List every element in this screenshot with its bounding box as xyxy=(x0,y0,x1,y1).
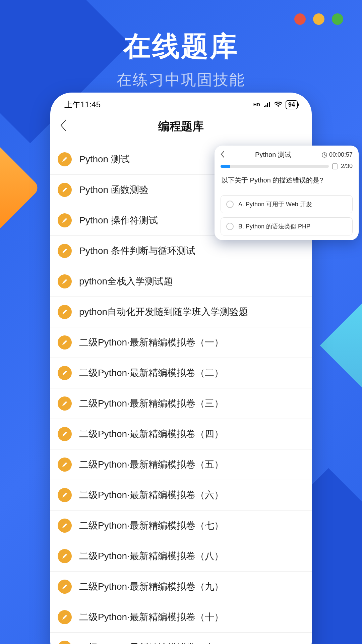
quiz-timer-value: 00:00:57 xyxy=(329,151,353,158)
list-item-label: Python 函数测验 xyxy=(79,183,148,196)
page-title: 编程题库 xyxy=(158,120,204,132)
quiz-header: Python 测试 00:00:57 xyxy=(215,146,359,163)
radio-icon xyxy=(226,223,234,230)
list-item[interactable]: 二级Python·最新精编模拟卷（九） xyxy=(50,572,312,602)
quiz-timer: 00:00:57 xyxy=(322,151,353,158)
bg-decoration xyxy=(320,293,362,397)
clock-icon xyxy=(322,152,327,158)
hero-section: 在线题库 在练习中巩固技能 xyxy=(0,28,362,90)
pencil-icon xyxy=(58,519,72,533)
quiz-back-button[interactable] xyxy=(221,151,225,159)
pencil-icon xyxy=(58,305,72,319)
pencil-icon xyxy=(58,213,72,227)
pencil-icon xyxy=(58,244,72,258)
list-item-label: 二级Python·最新精编模拟卷（四） xyxy=(79,428,224,440)
pencil-icon xyxy=(58,183,72,197)
back-button[interactable] xyxy=(60,119,67,133)
list-item-label: python全栈入学测试题 xyxy=(79,275,173,288)
radio-icon xyxy=(226,201,234,208)
bg-decoration xyxy=(0,141,41,235)
pencil-icon xyxy=(58,396,72,411)
list-item[interactable]: Python 条件判断与循环测试 xyxy=(50,236,312,266)
signal-icon xyxy=(263,102,271,108)
hero-title: 在线题库 xyxy=(0,28,362,65)
pencil-icon xyxy=(58,458,72,472)
nav-header: 编程题库 xyxy=(50,110,312,144)
list-item-label: 二级Python·最新精编模拟卷（三） xyxy=(79,397,224,410)
quiz-progress-count: 2/30 xyxy=(341,163,353,170)
dot-red-icon xyxy=(294,13,306,25)
list-item-label: 二级Python·最新精编模拟卷（五） xyxy=(79,458,224,471)
list-item-label: 二级Python·最新精编模拟卷（六） xyxy=(79,489,224,501)
chevron-left-icon xyxy=(60,119,67,131)
quiz-progress-row: 2/30 xyxy=(215,163,359,172)
quiz-option-text: B. Python 的语法类似 PHP xyxy=(238,222,310,230)
pencil-icon xyxy=(58,488,72,502)
quiz-popup-card: Python 测试 00:00:57 2/30 以下关于 Python 的描述错… xyxy=(215,146,359,240)
svg-rect-1 xyxy=(333,164,337,169)
list-item-label: 二级Python·最新精编模拟卷（九） xyxy=(79,580,224,593)
status-right: HD 94 xyxy=(253,100,298,109)
list-item[interactable]: 二级Python·最新精编模拟卷（四） xyxy=(50,419,312,449)
quiz-option[interactable]: A. Python 可用于 Web 开发 xyxy=(221,195,353,213)
list-item-label: 二级Python·最新精编模拟卷（八） xyxy=(79,550,224,562)
list-item-label: 二级Python·最新精编模拟卷（十） xyxy=(79,611,224,624)
chevron-left-icon xyxy=(221,151,225,158)
list-item[interactable]: 二级Python·最新精编模拟卷（一） xyxy=(50,327,312,358)
dot-green-icon xyxy=(332,13,343,25)
list-item[interactable]: 二级Python·最新精编模拟卷（三） xyxy=(50,388,312,419)
list-item-label: Python 条件判断与循环测试 xyxy=(79,245,195,257)
list-item-label: 二级Python·最新精编模拟卷（十一） xyxy=(79,641,233,644)
pencil-icon xyxy=(58,366,72,380)
bookmark-icon[interactable] xyxy=(332,163,338,169)
list-item[interactable]: 二级Python·最新精编模拟卷（六） xyxy=(50,480,312,511)
quiz-progress-fill xyxy=(221,165,230,168)
dot-yellow-icon xyxy=(313,13,324,25)
list-item[interactable]: python全栈入学测试题 xyxy=(50,266,312,297)
wifi-icon xyxy=(274,102,282,108)
list-item-label: python自动化开发随到随学班入学测验题 xyxy=(79,306,248,318)
pencil-icon xyxy=(58,580,72,594)
pencil-icon xyxy=(58,274,72,288)
quiz-option[interactable]: B. Python 的语法类似 PHP xyxy=(221,217,353,235)
pencil-icon xyxy=(58,152,72,166)
signal-hd-icon: HD xyxy=(253,102,260,107)
list-item[interactable]: 二级Python·最新精编模拟卷（五） xyxy=(50,449,312,480)
list-item[interactable]: 二级Python·最新精编模拟卷（十） xyxy=(50,602,312,633)
window-control-dots xyxy=(294,13,343,25)
list-item[interactable]: 二级Python·最新精编模拟卷（二） xyxy=(50,358,312,388)
pencil-icon xyxy=(58,641,72,644)
quiz-option-text: A. Python 可用于 Web 开发 xyxy=(238,200,312,208)
list-item[interactable]: 二级Python·最新精编模拟卷（十一） xyxy=(50,633,312,644)
quiz-title: Python 测试 xyxy=(255,150,291,159)
quiz-progress-bar xyxy=(221,165,329,168)
status-time: 上午11:45 xyxy=(64,99,101,110)
quiz-question: 以下关于 Python 的描述错误的是? xyxy=(215,172,359,191)
list-item[interactable]: 二级Python·最新精编模拟卷（八） xyxy=(50,541,312,572)
status-bar: 上午11:45 HD 94 xyxy=(50,93,312,110)
pencil-icon xyxy=(58,610,72,624)
list-item-label: 二级Python·最新精编模拟卷（一） xyxy=(79,336,224,349)
pencil-icon xyxy=(58,335,72,350)
list-item-label: Python 测试 xyxy=(79,153,130,166)
battery-icon: 94 xyxy=(286,100,298,109)
pencil-icon xyxy=(58,549,72,563)
list-item[interactable]: python自动化开发随到随学班入学测验题 xyxy=(50,297,312,327)
list-item-label: Python 操作符测试 xyxy=(79,214,158,227)
hero-subtitle: 在练习中巩固技能 xyxy=(0,70,362,90)
list-item[interactable]: 二级Python·最新精编模拟卷（七） xyxy=(50,511,312,541)
list-item-label: 二级Python·最新精编模拟卷（七） xyxy=(79,519,224,532)
pencil-icon xyxy=(58,427,72,441)
list-item-label: 二级Python·最新精编模拟卷（二） xyxy=(79,367,224,379)
